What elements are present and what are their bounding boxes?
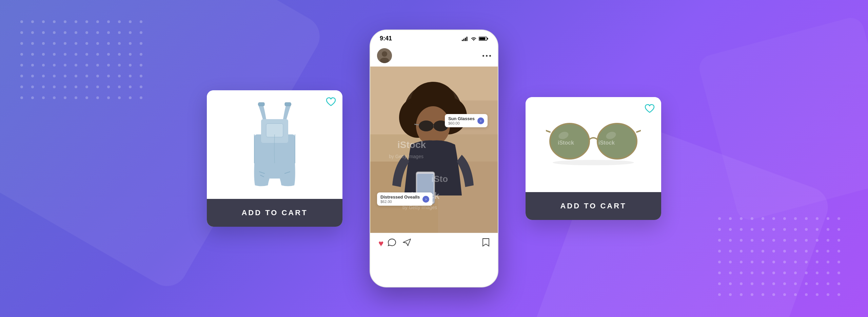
wishlist-sunglasses-button[interactable] <box>644 103 655 114</box>
svg-rect-15 <box>487 38 488 39</box>
product-tag-sunglasses-name: Sun Glasses <box>448 116 475 121</box>
svg-point-19 <box>380 58 389 63</box>
post-image-svg: iStock by Getty Images iStock by Getty I… <box>370 67 498 233</box>
svg-rect-13 <box>467 37 468 41</box>
dots-pattern-right: (function() { const container = document… <box>718 217 841 297</box>
svg-point-18 <box>382 51 387 57</box>
product-tag-arrow-top[interactable]: › <box>477 117 484 124</box>
sunglasses-image: iStock iStock <box>546 119 641 170</box>
overalls-image <box>241 100 309 189</box>
product-card-sunglasses: iStock iStock ADD TO CART <box>526 97 661 220</box>
phone-status-icons <box>462 36 488 41</box>
wifi-icon <box>471 36 477 41</box>
add-to-cart-sunglasses-button[interactable]: ADD TO CART <box>526 192 661 220</box>
svg-text:iStock: iStock <box>558 140 574 146</box>
svg-text:by Getty Images: by Getty Images <box>389 154 423 159</box>
share-icon[interactable] <box>402 238 411 248</box>
phone-social-icons <box>388 238 411 248</box>
svg-point-41 <box>553 160 634 165</box>
svg-line-47 <box>637 129 641 132</box>
phone-time: 9:41 <box>380 35 392 42</box>
svg-point-29 <box>419 120 434 131</box>
product-card-overalls: ADD TO CART <box>207 90 342 227</box>
phone-user-avatar[interactable] <box>377 48 392 63</box>
svg-rect-10 <box>462 40 463 41</box>
product-tag-arrow-bottom[interactable]: › <box>422 196 429 203</box>
overalls-image-area <box>207 90 342 199</box>
dots-pattern-left: (function() { const container = document… <box>20 20 143 100</box>
phone-mockup: 9:41 <box>370 30 498 287</box>
battery-icon <box>479 36 488 41</box>
svg-rect-16 <box>479 37 486 40</box>
svg-rect-11 <box>463 39 465 41</box>
svg-rect-2 <box>258 102 264 106</box>
svg-text:iStock: iStock <box>598 140 615 146</box>
add-to-cart-overalls-button[interactable]: ADD TO CART <box>207 199 342 227</box>
phone-post-image: iStock by Getty Images iStock by Getty I… <box>370 67 498 233</box>
product-tag-overalls-info: Distressed Ovealls $62.00 <box>380 194 420 204</box>
like-button[interactable]: ♥ <box>378 238 383 249</box>
dot2 <box>486 55 488 57</box>
product-tag-sunglasses-price: $60.00 <box>448 121 475 125</box>
product-tag-overalls-price: $62.00 <box>380 200 420 204</box>
sunglasses-image-area: iStock iStock <box>526 97 661 192</box>
svg-rect-3 <box>285 102 291 106</box>
svg-rect-12 <box>465 38 466 41</box>
phone-instagram-header <box>370 45 498 67</box>
svg-line-46 <box>546 129 550 132</box>
signal-icon <box>462 36 469 41</box>
dot1 <box>482 55 484 57</box>
main-background: (function() { const container = document… <box>0 0 868 317</box>
svg-text:iSto: iSto <box>431 174 448 184</box>
phone-more-options[interactable] <box>482 55 491 57</box>
product-tag-overalls-name: Distressed Ovealls <box>380 194 420 200</box>
dot3 <box>489 55 491 57</box>
product-tag-sunglasses[interactable]: Sun Glasses $60.00 › <box>445 114 488 127</box>
wishlist-overalls-button[interactable] <box>326 96 336 107</box>
bookmark-icon[interactable] <box>482 238 490 249</box>
comment-icon[interactable] <box>388 238 396 248</box>
phone-action-bar: ♥ <box>370 233 498 254</box>
svg-text:iStock: iStock <box>397 139 426 150</box>
phone-status-bar: 9:41 <box>370 30 498 45</box>
product-tag-overalls[interactable]: Distressed Ovealls $62.00 › <box>377 192 433 206</box>
product-tag-sunglasses-info: Sun Glasses $60.00 <box>448 116 475 125</box>
